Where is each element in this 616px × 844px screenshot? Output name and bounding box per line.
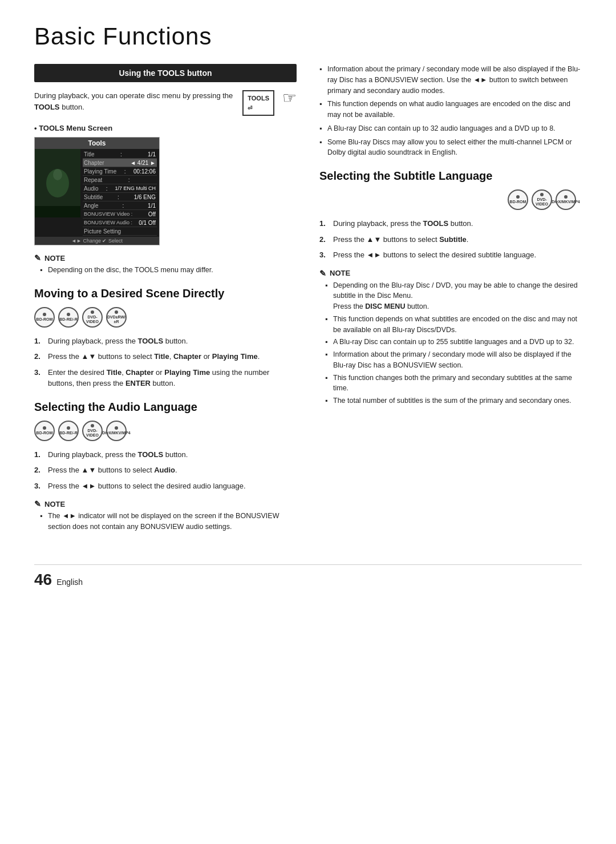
subtitle-step-1: 1. During playback, press the TOOLS butt… <box>319 218 582 229</box>
audio-steps: 1. During playback, press the TOOLS butt… <box>34 449 297 492</box>
audio-note-4: Some Blu-ray Discs may allow you to sele… <box>319 137 582 159</box>
note1-list: Depending on the disc, the TOOLS menu ma… <box>34 265 297 276</box>
tools-row-bonusview-audio: BONUSVIEW Audio :0/1 Off <box>83 219 157 227</box>
disc-icon-bd-re-r: BD-RE/-R <box>58 307 79 328</box>
note2-pencil-icon: ✎ <box>34 499 41 508</box>
disc-icon-divx: DivX/MKV/MP4 <box>106 421 127 441</box>
tools-row-angle: Angle:1/1 <box>83 201 157 210</box>
tools-menu-rows: Title:1/1 Chapter◄ 4/21 ► Playing Time:0… <box>80 149 159 237</box>
note3-pencil-icon: ✎ <box>319 269 326 278</box>
disc-icon-dvd-video-3: DVD-VIDEO <box>532 189 552 210</box>
note-pencil-icon: ✎ <box>34 253 41 263</box>
tools-menu-footer: ◄► Change ✔ Select <box>35 237 159 245</box>
note3-item-1: Depending on the Blu-ray Disc / DVD, you… <box>325 280 582 312</box>
tools-row-repeat: Repeat: <box>83 176 157 184</box>
disc-icon-dvd-video-1: DVD-VIDEO <box>82 307 103 328</box>
tools-row-subtitle: Subtitle:1/6 ENG <box>83 193 157 201</box>
tools-menu-image: Tools Title:1/1 Chapter◄ 4/21 ► <box>34 137 160 245</box>
audio-note-2: This function depends on what audio lang… <box>319 99 582 120</box>
note2-list: The ◄► indicator will not be displayed o… <box>34 511 297 532</box>
tools-intro-text2: button. <box>60 103 84 111</box>
moving-steps: 1. During playback, press the TOOLS butt… <box>34 336 297 389</box>
note2: ✎ NOTE The ◄► indicator will not be disp… <box>34 499 297 532</box>
note1-item-1: Depending on the disc, the TOOLS menu ma… <box>40 265 297 276</box>
note3-item-3: A Blu-ray Disc can contain up to 255 sub… <box>325 337 582 348</box>
note3-item-6: The total number of subtitles is the sum… <box>325 395 582 406</box>
disc-icon-divx-2: DivX/MKV/MP4 <box>556 189 576 210</box>
audio-step-1: 1. During playback, press the TOOLS butt… <box>34 449 297 461</box>
tools-menu-header: Tools <box>35 138 159 149</box>
svg-rect-3 <box>35 206 80 217</box>
disc-icon-bd-rom: BD-ROM <box>34 307 55 328</box>
tools-row-bonusview-video: BONUSVIEW Video :Off <box>83 210 157 219</box>
left-column: Using the TOOLS button During playback, … <box>34 64 297 542</box>
disc-icon-bd-re-r-2: BD-RE/-R <box>58 421 79 441</box>
hand-icon: ☞ <box>282 90 297 106</box>
tools-icon-box: TOOLS ⏎ <box>242 90 274 116</box>
audio-note-1: Information about the primary / secondar… <box>319 64 582 96</box>
tools-row-audio: Audio:1/7 ENG Multi CH <box>83 184 157 193</box>
subtitle-step-3: 3. Press the ◄► buttons to select the de… <box>319 249 582 261</box>
tools-menu-label: • TOOLS Menu Screen <box>34 124 297 132</box>
moving-step-1: 1. During playback, press the TOOLS butt… <box>34 336 297 347</box>
subtitle-steps: 1. During playback, press the TOOLS butt… <box>319 218 582 261</box>
page-number: 46 <box>34 571 52 589</box>
page-language: English <box>56 578 83 587</box>
note3-item-4: Information about the primary / secondar… <box>325 349 582 371</box>
moving-step-2: 2. Press the ▲▼ buttons to select Title,… <box>34 351 297 362</box>
subtitle-section-heading: Selecting the Subtitle Language <box>319 169 582 183</box>
note3-list: Depending on the Blu-ray Disc / DVD, you… <box>319 280 582 406</box>
right-column: Information about the primary / secondar… <box>319 64 582 542</box>
page-title: Basic Functions <box>34 23 582 50</box>
tools-intro: During playback, you can operate disc me… <box>34 90 297 116</box>
note2-item-1: The ◄► indicator will not be displayed o… <box>40 511 297 532</box>
subtitle-disc-icons: BD-ROM DVD-VIDEO DivX/MKV/MP4 <box>319 189 576 210</box>
tools-intro-text: During playback, you can operate disc me… <box>34 91 233 100</box>
moving-disc-icons: BD-ROM BD-RE/-R DVD-VIDEO DVD±RW/±R <box>34 307 297 328</box>
tools-row-chapter: Chapter◄ 4/21 ► <box>83 159 157 167</box>
note3-item-2: This function depends on what subtitles … <box>325 314 582 336</box>
note2-heading: ✎ NOTE <box>34 499 297 508</box>
audio-notes: Information about the primary / secondar… <box>319 64 582 158</box>
audio-step-2: 2. Press the ▲▼ buttons to select Audio. <box>34 465 297 476</box>
disc-icon-bd-rom-3: BD-ROM <box>508 189 528 210</box>
note3-item-5: This function changes both the primary a… <box>325 373 582 394</box>
audio-note-3: A Blu-ray Disc can contain up to 32 audi… <box>319 123 582 134</box>
note3: ✎ NOTE Depending on the Blu-ray Disc / D… <box>319 269 582 406</box>
tools-menu-bg: Title:1/1 Chapter◄ 4/21 ► Playing Time:0… <box>35 149 159 237</box>
tools-row-picture-setting: Picture Setting <box>83 227 157 236</box>
note1: ✎ NOTE Depending on the disc, the TOOLS … <box>34 253 297 276</box>
audio-step-3: 3. Press the ◄► buttons to select the de… <box>34 480 297 492</box>
svg-point-2 <box>53 169 62 180</box>
disc-icon-dvdrw: DVD±RW/±R <box>106 307 127 328</box>
moving-step-3: 3. Enter the desired Title, Chapter or P… <box>34 367 297 389</box>
disc-icon-dvd-video-2: DVD-VIDEO <box>82 421 103 441</box>
tools-menu-container: Tools Title:1/1 Chapter◄ 4/21 ► <box>34 137 297 245</box>
tools-row-playing-time: Playing Time:00:12:06 <box>83 167 157 176</box>
tools-menu-thumbnail <box>35 149 80 217</box>
note3-heading: ✎ NOTE <box>319 269 582 278</box>
tools-row-title: Title:1/1 <box>83 150 157 159</box>
subtitle-step-2: 2. Press the ▲▼ buttons to select Subtit… <box>319 234 582 245</box>
page-footer: 46 English <box>34 564 582 589</box>
audio-disc-icons: BD-ROM BD-RE/-R DVD-VIDEO DivX/MKV/MP4 <box>34 421 297 441</box>
audio-section-heading: Selecting the Audio Language <box>34 401 297 414</box>
disc-icon-bd-rom-2: BD-ROM <box>34 421 55 441</box>
moving-section-heading: Moving to a Desired Scene Directly <box>34 287 297 300</box>
tools-button-heading: Using the TOOLS button <box>34 64 297 82</box>
note1-heading: ✎ NOTE <box>34 253 297 263</box>
tools-intro-bold: TOOLS <box>34 103 60 111</box>
